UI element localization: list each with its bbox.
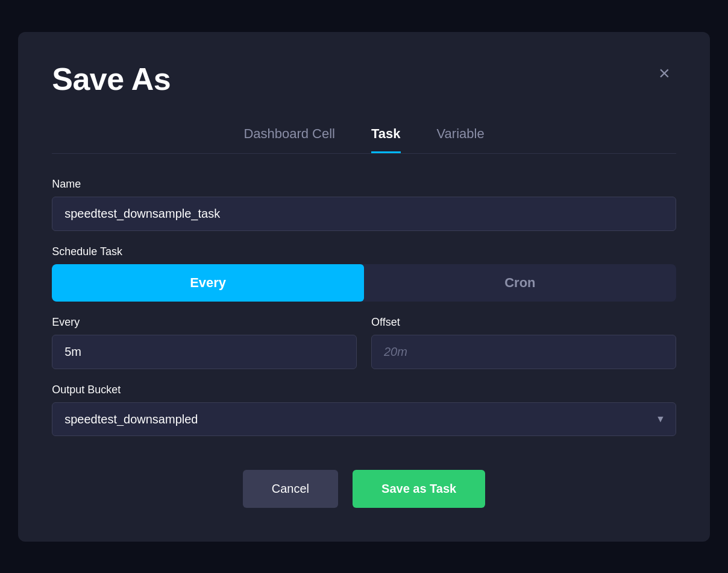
tab-task[interactable]: Task: [371, 126, 401, 153]
output-bucket-select[interactable]: speedtest_downsampled: [52, 402, 676, 436]
every-label: Every: [52, 316, 357, 329]
tab-variable[interactable]: Variable: [437, 126, 485, 153]
modal-dialog: Save As × Dashboard Cell Task Variable N…: [18, 32, 710, 542]
toggle-cron-button[interactable]: Cron: [364, 264, 676, 302]
schedule-toggle: Every Cron: [52, 264, 676, 302]
form-section: Name Schedule Task Every Cron Every Offs…: [52, 178, 676, 436]
save-as-task-button[interactable]: Save as Task: [353, 470, 485, 508]
cancel-button[interactable]: Cancel: [243, 470, 338, 508]
modal-overlay: Save As × Dashboard Cell Task Variable N…: [0, 0, 728, 573]
output-bucket-label: Output Bucket: [52, 384, 676, 396]
schedule-label: Schedule Task: [52, 245, 676, 258]
offset-group: Offset: [371, 316, 676, 369]
schedule-group: Schedule Task Every Cron: [52, 245, 676, 302]
modal-title: Save As: [52, 61, 171, 97]
close-button[interactable]: ×: [653, 61, 676, 85]
tab-divider: [52, 153, 676, 154]
every-group: Every: [52, 316, 357, 369]
name-label: Name: [52, 178, 676, 191]
name-input[interactable]: [52, 197, 676, 231]
tabs: Dashboard Cell Task Variable: [243, 126, 484, 153]
name-group: Name: [52, 178, 676, 231]
offset-label: Offset: [371, 316, 676, 329]
toggle-every-button[interactable]: Every: [52, 264, 364, 302]
every-input[interactable]: [52, 335, 357, 369]
modal-header: Save As ×: [52, 61, 676, 97]
offset-input[interactable]: [371, 335, 676, 369]
tab-dashboard-cell[interactable]: Dashboard Cell: [243, 126, 335, 153]
tabs-container: Dashboard Cell Task Variable: [52, 126, 676, 153]
output-bucket-dropdown-wrapper: speedtest_downsampled ▼: [52, 402, 676, 436]
row-every-offset: Every Offset: [52, 316, 676, 369]
output-bucket-group: Output Bucket speedtest_downsampled ▼: [52, 384, 676, 436]
modal-footer: Cancel Save as Task: [52, 470, 676, 508]
